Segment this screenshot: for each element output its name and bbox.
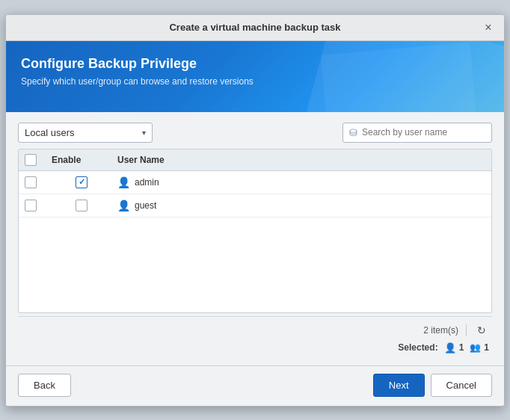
selected-groups-badge: 👥 1 — [470, 342, 489, 353]
divider — [466, 324, 467, 336]
single-user-icon: 👤 — [444, 342, 456, 353]
dialog-footer: Back Next Cancel — [6, 365, 504, 406]
username-admin: admin — [135, 177, 159, 188]
filter-icon: ⛁ — [349, 127, 357, 138]
dialog-title: Create a virtual machine backup task — [28, 22, 482, 33]
selected-users-badge: 👤 1 — [444, 342, 464, 353]
header-banner: Configure Backup Privilege Specify which… — [6, 41, 504, 112]
enable-checkbox-admin[interactable]: ✓ — [76, 176, 87, 188]
row-checkbox-admin[interactable] — [25, 176, 37, 188]
col-header-enable: Enable — [52, 155, 111, 165]
refresh-button[interactable]: ↻ — [474, 323, 489, 338]
close-button[interactable]: × — [482, 21, 495, 34]
users-table: Enable User Name ✓ 👤 admin — [18, 149, 492, 313]
selected-users-count: 1 — [459, 342, 464, 353]
footer-right-buttons: Next Cancel — [373, 374, 492, 397]
username-guest: guest — [135, 200, 156, 211]
selected-groups-count: 1 — [484, 342, 489, 353]
title-bar: Create a virtual machine backup task × — [6, 15, 504, 41]
dialog: Create a virtual machine backup task × C… — [5, 14, 505, 407]
table-row: 👤 guest — [19, 194, 491, 217]
select-all-checkbox[interactable] — [25, 154, 37, 166]
content-area: Local users ▾ ⛁ Enable User Name — [6, 112, 504, 365]
user-icon: 👤 — [117, 176, 130, 188]
table-row: ✓ 👤 admin — [19, 171, 491, 194]
col-header-username: User Name — [117, 155, 485, 165]
row-checkbox-guest[interactable] — [25, 200, 37, 211]
chevron-down-icon: ▾ — [142, 129, 146, 137]
group-user-icon: 👥 — [470, 342, 481, 353]
item-count: 2 item(s) — [423, 325, 458, 336]
banner-subtitle: Specify which user/group can browse and … — [21, 76, 489, 87]
banner-title: Configure Backup Privilege — [21, 56, 489, 72]
cancel-button[interactable]: Cancel — [431, 374, 492, 397]
table-header: Enable User Name — [19, 149, 491, 171]
selected-label: Selected: — [398, 342, 437, 353]
toolbar: Local users ▾ ⛁ — [18, 123, 492, 143]
checkmark-icon: ✓ — [79, 177, 85, 187]
back-button[interactable]: Back — [18, 374, 71, 397]
selected-info: Selected: 👤 1 👥 1 — [18, 341, 492, 359]
search-input[interactable] — [362, 127, 474, 138]
enable-checkbox-guest[interactable] — [76, 200, 87, 211]
item-count-row: 2 item(s) ↻ — [18, 316, 492, 341]
dropdown-label: Local users — [25, 127, 138, 138]
search-box: ⛁ — [342, 123, 492, 143]
user-icon: 👤 — [117, 200, 130, 211]
user-type-dropdown[interactable]: Local users ▾ — [18, 123, 153, 143]
next-button[interactable]: Next — [373, 374, 425, 397]
